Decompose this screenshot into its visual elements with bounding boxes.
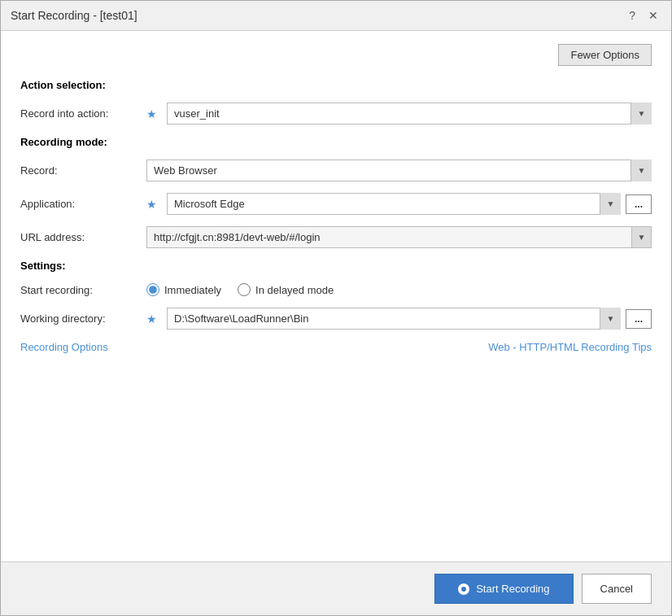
working-dir-select[interactable]: D:\Software\LoadRunner\Bin <box>167 308 621 330</box>
required-star-record-into: ★ <box>146 107 157 120</box>
working-dir-label: Working directory: <box>20 312 146 325</box>
action-section-label: Action selection: <box>20 79 652 91</box>
record-into-row: Record into action: ★ vuser_init ▼ <box>20 103 652 125</box>
record-into-label: Record into action: <box>20 107 146 120</box>
start-recording-icon <box>458 583 469 595</box>
cancel-button[interactable]: Cancel <box>582 574 652 604</box>
close-button[interactable]: ✕ <box>645 7 661 24</box>
immediately-radio[interactable] <box>146 283 159 296</box>
links-row: Recording Options Web - HTTP/HTML Record… <box>20 341 652 353</box>
immediately-option[interactable]: Immediately <box>146 283 221 296</box>
url-input[interactable] <box>146 226 632 248</box>
record-select-wrapper: Web Browser ▼ <box>146 159 652 181</box>
help-button[interactable]: ? <box>626 7 639 24</box>
url-input-wrapper: ▼ <box>146 226 652 248</box>
working-dir-control: ★ D:\Software\LoadRunner\Bin ▼ ... <box>146 308 652 330</box>
recording-options-link[interactable]: Recording Options <box>20 341 108 353</box>
record-into-select-wrapper: vuser_init ▼ <box>167 103 652 125</box>
working-dir-row: Working directory: ★ D:\Software\LoadRun… <box>20 308 652 330</box>
url-label: URL address: <box>20 231 146 243</box>
url-dropdown-button[interactable]: ▼ <box>632 226 652 248</box>
delayed-option[interactable]: In delayed mode <box>238 283 334 296</box>
action-section-header: Action selection: <box>20 79 652 91</box>
application-row: Application: ★ Microsoft Edge ▼ ... <box>20 193 652 215</box>
start-recording-row: Start recording: Immediately In delayed … <box>20 283 652 296</box>
record-select[interactable]: Web Browser <box>146 159 652 181</box>
dialog-content: Fewer Options Action selection: Record i… <box>1 31 671 561</box>
fewer-options-button[interactable]: Fewer Options <box>558 44 652 66</box>
application-control: ★ Microsoft Edge ▼ ... <box>146 193 652 215</box>
dialog-title: Start Recording - [test01] <box>11 9 137 22</box>
title-bar: Start Recording - [test01] ? ✕ <box>1 1 671 31</box>
application-select[interactable]: Microsoft Edge <box>167 193 621 215</box>
url-control: ▼ <box>146 226 652 248</box>
required-star-application: ★ <box>146 198 157 211</box>
required-star-working-dir: ★ <box>146 312 157 325</box>
record-into-select[interactable]: vuser_init <box>167 103 652 125</box>
delayed-label: In delayed mode <box>255 284 334 296</box>
immediately-label: Immediately <box>164 284 221 296</box>
record-row: Record: Web Browser ▼ <box>20 159 652 181</box>
record-control: Web Browser ▼ <box>146 159 652 181</box>
settings-section-header: Settings: <box>20 260 652 272</box>
recording-mode-section-header: Recording mode: <box>20 136 652 148</box>
recording-tips-link[interactable]: Web - HTTP/HTML Recording Tips <box>488 341 652 353</box>
start-recording-button-label: Start Recording <box>476 583 549 595</box>
application-label: Application: <box>20 198 146 210</box>
working-dir-select-wrapper: D:\Software\LoadRunner\Bin ▼ <box>167 308 621 330</box>
delayed-radio[interactable] <box>238 283 251 296</box>
top-row: Fewer Options <box>20 44 652 66</box>
start-recording-button[interactable]: Start Recording <box>434 574 573 604</box>
record-into-control: ★ vuser_init ▼ <box>146 103 652 125</box>
application-browse-button[interactable]: ... <box>626 194 652 214</box>
application-select-wrapper: Microsoft Edge ▼ <box>167 193 621 215</box>
dialog-footer: Start Recording Cancel <box>1 561 671 615</box>
url-row: URL address: ▼ <box>20 226 652 248</box>
title-bar-controls: ? ✕ <box>626 7 661 24</box>
start-recording-icon-inner <box>461 587 466 592</box>
settings-label: Settings: <box>20 260 652 272</box>
recording-mode-label: Recording mode: <box>20 136 652 148</box>
start-recording-control: Immediately In delayed mode <box>146 283 652 296</box>
dialog-container: Start Recording - [test01] ? ✕ Fewer Opt… <box>0 0 672 616</box>
start-recording-radio-group: Immediately In delayed mode <box>146 283 334 296</box>
record-label: Record: <box>20 164 146 177</box>
working-dir-browse-button[interactable]: ... <box>626 309 652 329</box>
start-recording-label: Start recording: <box>20 284 146 296</box>
